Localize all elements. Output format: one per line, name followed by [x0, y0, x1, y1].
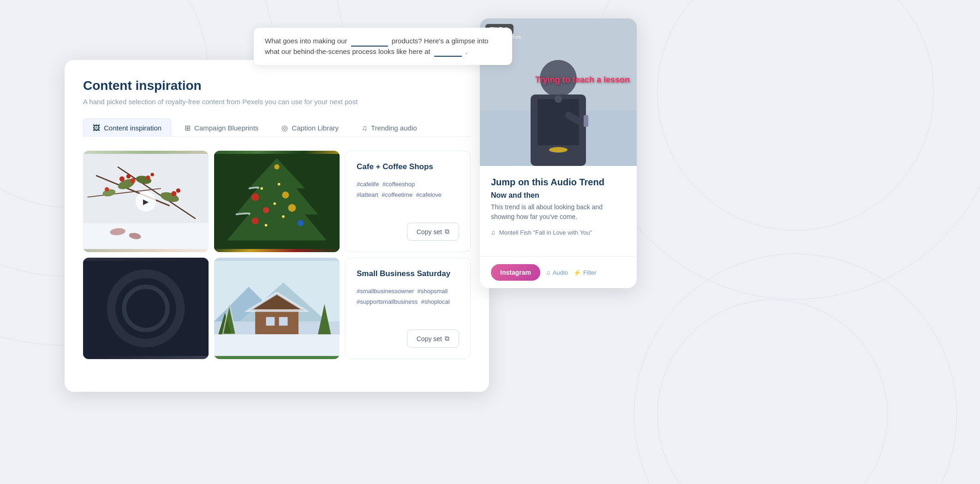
svg-point-20 — [274, 164, 279, 169]
caption-text-before: What goes into making our — [265, 37, 347, 45]
tab-bar: 🖼 Content inspiration ⊞ Campaign Bluepri… — [83, 118, 471, 137]
tab-campaign-blueprints-label: Campaign Blueprints — [194, 124, 258, 132]
audio-track-info: ♫ Montell Fish "Fall in Love with You" — [491, 229, 626, 236]
play-button[interactable]: ▶ — [136, 191, 156, 212]
audio-link-label: Audio — [553, 269, 568, 276]
svg-point-24 — [288, 204, 296, 212]
tab-caption-library[interactable]: ◎ Caption Library — [272, 118, 348, 137]
content-grid: ▶ — [83, 151, 471, 359]
svg-point-31 — [265, 224, 268, 227]
berries-photo: ▶ — [83, 151, 209, 252]
svg-point-12 — [150, 173, 154, 177]
svg-point-28 — [278, 183, 281, 186]
filter-link-label: Filter — [583, 269, 597, 276]
panel-subtitle: A hand picked selection of royalty-free … — [83, 98, 471, 106]
svg-rect-39 — [255, 308, 299, 334]
tab-content-inspiration-label: Content inspiration — [104, 124, 161, 132]
copy-set-label: Copy set — [417, 228, 442, 236]
tab-trending-audio[interactable]: ♫ Trending audio — [352, 118, 427, 137]
smallbiz-hashtags: #smallbusinessowner #shopsmall #supports… — [357, 286, 459, 307]
caption-library-icon: ◎ — [281, 124, 288, 132]
dark-photo — [83, 258, 209, 359]
svg-point-23 — [263, 207, 269, 213]
svg-point-25 — [252, 218, 259, 224]
image-cabin[interactable] — [214, 258, 340, 359]
christmas-photo — [214, 151, 340, 252]
audio-trend-description: This trend is all about looking back and… — [491, 202, 626, 222]
audio-track-name: Montell Fish "Fall in Love with You" — [499, 229, 592, 236]
caption-blank-1 — [351, 46, 388, 47]
content-inspiration-icon: 🖼 — [93, 124, 100, 132]
panel-title: Content inspiration — [83, 78, 471, 93]
svg-point-14 — [171, 191, 176, 196]
svg-point-11 — [146, 176, 150, 180]
image-dark[interactable] — [83, 258, 209, 359]
svg-point-9 — [126, 174, 131, 178]
caption-card-smallbiz: Small Business Saturday #smallbusinessow… — [345, 258, 471, 359]
tab-trending-audio-label: Trending audio — [371, 124, 417, 132]
svg-rect-42 — [266, 317, 275, 326]
svg-point-22 — [282, 191, 289, 198]
tab-campaign-blueprints[interactable]: ⊞ Campaign Blueprints — [175, 118, 268, 137]
svg-point-56 — [549, 147, 568, 153]
copy-set-button-cafe[interactable]: Copy set ⧉ — [407, 223, 459, 241]
svg-point-27 — [260, 187, 263, 190]
cafe-card-title: Cafe + Coffee Shops — [357, 162, 459, 171]
svg-rect-53 — [538, 99, 579, 145]
svg-point-21 — [251, 193, 259, 201]
audio-link-icon: ♫ — [546, 269, 550, 276]
cafe-hashtags: #cafelife #coffeeshop #latteart #coffeet… — [357, 179, 459, 201]
caption-blank-2 — [434, 56, 462, 57]
svg-point-15 — [176, 189, 180, 193]
audio-trend-heading: Jump on this Audio Trend — [491, 177, 626, 188]
svg-point-26 — [298, 220, 304, 226]
svg-rect-44 — [214, 334, 340, 356]
svg-point-8 — [120, 177, 125, 182]
image-berries[interactable]: ▶ — [83, 151, 209, 252]
svg-rect-43 — [279, 317, 288, 326]
svg-point-10 — [130, 178, 135, 183]
copy-icon-smallbiz: ⧉ — [445, 335, 449, 342]
copy-icon: ⧉ — [445, 228, 449, 236]
svg-point-30 — [282, 215, 285, 218]
right-panel-footer: Instagram ♫ Audio ⚡ Filter — [480, 256, 637, 288]
caption-text-after: . — [466, 47, 467, 55]
filter-link[interactable]: ⚡ Filter — [574, 269, 597, 276]
instagram-button[interactable]: Instagram — [491, 264, 540, 281]
trending-audio-icon: ♫ — [362, 124, 367, 132]
image-christmas[interactable] — [214, 151, 340, 252]
svg-point-13 — [105, 187, 109, 191]
audio-link[interactable]: ♫ Audio — [546, 269, 568, 276]
svg-rect-16 — [83, 223, 209, 249]
audio-trend-content: Jump on this Audio Trend Now and then Th… — [480, 166, 637, 256]
tab-content-inspiration[interactable]: 🖼 Content inspiration — [83, 118, 171, 137]
tiktok-overlay-text: Trying to teach a lesson — [535, 75, 630, 85]
copy-set-button-smallbiz[interactable]: Copy set ⧉ — [407, 330, 459, 348]
svg-rect-55 — [584, 115, 588, 127]
svg-point-29 — [273, 202, 276, 205]
smallbiz-card-title: Small Business Saturday — [357, 269, 459, 278]
filter-link-icon: ⚡ — [574, 269, 581, 276]
audio-trend-name: Now and then — [491, 191, 626, 200]
music-note-icon: ♫ — [491, 229, 496, 236]
main-panel: Content inspiration A hand picked select… — [65, 60, 489, 392]
cabin-photo — [214, 258, 340, 359]
copy-set-label-smallbiz: Copy set — [417, 335, 442, 342]
svg-point-57 — [555, 95, 562, 103]
caption-card-cafe: Cafe + Coffee Shops #cafelife #coffeesho… — [345, 151, 471, 252]
tab-caption-library-label: Caption Library — [292, 124, 339, 132]
campaign-blueprints-icon: ⊞ — [185, 124, 191, 132]
caption-tooltip: What goes into making our products? Here… — [254, 28, 512, 65]
